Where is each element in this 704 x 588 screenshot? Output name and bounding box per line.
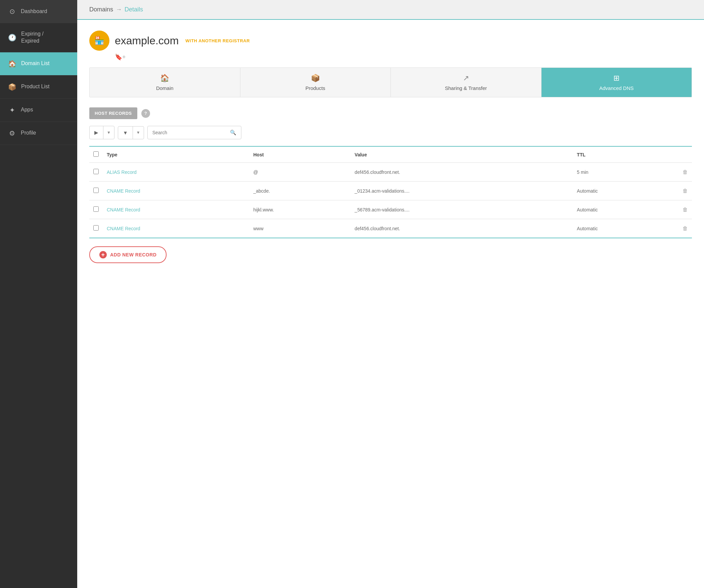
col-value: Value xyxy=(350,146,573,163)
tab-products[interactable]: 📦 Products xyxy=(240,68,391,97)
delete-icon[interactable]: 🗑 xyxy=(683,188,688,194)
profile-icon: ⚙ xyxy=(8,129,16,137)
row-4-type: CNAME Record xyxy=(103,219,249,238)
tab-products-icon: 📦 xyxy=(311,74,320,83)
content-area: 🏪 example.com WITH ANOTHER REGISTRAR 🔖+ … xyxy=(77,20,704,588)
row-4-delete-cell: 🗑 xyxy=(675,219,692,238)
breadcrumb-current: Details xyxy=(125,6,143,13)
play-icon: ▶ xyxy=(90,126,103,139)
row-1-checkbox[interactable] xyxy=(93,169,99,174)
table-row: ALIAS Record @ def456.cloudfront.net. 5 … xyxy=(89,163,692,182)
bookmark-plus-icon[interactable]: 🔖+ xyxy=(115,54,126,60)
row-1-type: ALIAS Record xyxy=(103,163,249,182)
col-type: Type xyxy=(103,146,249,163)
filter-chevron-icon: ▼ xyxy=(133,127,144,138)
row-1-value: def456.cloudfront.net. xyxy=(350,163,573,182)
col-checkbox xyxy=(89,146,103,163)
sidebar-item-product-list[interactable]: 📦 Product List xyxy=(0,76,77,99)
domain-logo: 🏪 xyxy=(89,31,109,51)
row-4-ttl: Automatic xyxy=(573,219,675,238)
add-record-label: ADD NEW RECORD xyxy=(110,252,156,257)
table-row: CNAME Record www def456.cloudfront.net. … xyxy=(89,219,692,238)
tab-advanced-dns-icon: ⊞ xyxy=(613,74,619,83)
row-3-value: _56789.acm-validations.... xyxy=(350,200,573,219)
product-list-icon: 📦 xyxy=(8,83,16,91)
sidebar-item-label: Profile xyxy=(21,130,69,137)
row-2-delete-cell: 🗑 xyxy=(675,182,692,200)
delete-icon[interactable]: 🗑 xyxy=(683,169,688,175)
sidebar-item-profile[interactable]: ⚙ Profile xyxy=(0,122,77,145)
select-all-checkbox[interactable] xyxy=(93,151,99,157)
table-row: CNAME Record _abcde. _01234.acm-validati… xyxy=(89,182,692,200)
table-row: CNAME Record hijkl.www. _56789.acm-valid… xyxy=(89,200,692,219)
col-host: Host xyxy=(249,146,351,163)
domain-list-icon: 🏠 xyxy=(8,60,16,68)
sidebar-item-label: Apps xyxy=(21,106,69,113)
row-3-checkbox[interactable] xyxy=(93,206,99,212)
sidebar-item-label: Product List xyxy=(21,83,69,90)
col-actions xyxy=(675,146,692,163)
dashboard-icon: ⊙ xyxy=(8,7,16,15)
row-3-host: hijkl.www. xyxy=(249,200,351,219)
row-2-checkbox-cell xyxy=(89,182,103,200)
tab-sharing[interactable]: ↗ Sharing & Transfer xyxy=(391,68,542,97)
tab-domain[interactable]: 🏠 Domain xyxy=(90,68,240,97)
search-button[interactable]: 🔍 xyxy=(225,126,241,139)
table-header-row: Type Host Value TTL xyxy=(89,146,692,163)
row-4-host: www xyxy=(249,219,351,238)
row-4-checkbox[interactable] xyxy=(93,225,99,231)
registrar-badge: WITH ANOTHER REGISTRAR xyxy=(185,38,250,43)
sidebar-item-label: Expiring /Expired xyxy=(21,31,69,45)
row-2-type: CNAME Record xyxy=(103,182,249,200)
col-ttl: TTL xyxy=(573,146,675,163)
expiring-icon: 🕐 xyxy=(8,33,16,42)
breadcrumb-arrow: → xyxy=(116,6,122,13)
sidebar-item-label: Domain List xyxy=(21,60,69,67)
row-3-checkbox-cell xyxy=(89,200,103,219)
sidebar-item-domain-list[interactable]: 🏠 Domain List xyxy=(0,52,77,76)
page-header: Domains → Details xyxy=(77,0,704,20)
domain-name: example.com xyxy=(115,35,179,47)
row-3-delete-cell: 🗑 xyxy=(675,200,692,219)
section-header: HOST RECORDS ? xyxy=(89,107,692,119)
row-1-delete-cell: 🗑 xyxy=(675,163,692,182)
domain-actions: 🔖+ xyxy=(115,53,692,61)
filter-icon: ▼ xyxy=(118,127,133,139)
tab-sharing-icon: ↗ xyxy=(463,74,469,83)
tab-sharing-label: Sharing & Transfer xyxy=(445,85,487,91)
question-mark: ? xyxy=(144,111,147,116)
sidebar-item-label: Dashboard xyxy=(21,8,69,15)
row-2-host: _abcde. xyxy=(249,182,351,200)
breadcrumb: Domains → Details xyxy=(89,6,692,13)
row-2-checkbox[interactable] xyxy=(93,188,99,193)
sidebar-item-expiring[interactable]: 🕐 Expiring /Expired xyxy=(0,23,77,52)
row-1-checkbox-cell xyxy=(89,163,103,182)
sidebar-item-apps[interactable]: ✦ Apps xyxy=(0,99,77,122)
tabs-bar: 🏠 Domain 📦 Products ↗ Sharing & Transfer… xyxy=(89,67,692,97)
row-1-host: @ xyxy=(249,163,351,182)
sidebar: ⊙ Dashboard 🕐 Expiring /Expired 🏠 Domain… xyxy=(0,0,77,588)
play-chevron-icon: ▼ xyxy=(103,127,114,138)
tab-domain-label: Domain xyxy=(156,85,174,91)
filter-dropdown-button[interactable]: ▼ ▼ xyxy=(118,126,144,139)
tab-advanced-dns[interactable]: ⊞ Advanced DNS xyxy=(542,68,692,97)
search-box: 🔍 xyxy=(147,126,241,139)
row-3-type: CNAME Record xyxy=(103,200,249,219)
add-record-button[interactable]: + ADD NEW RECORD xyxy=(89,246,167,263)
row-3-ttl: Automatic xyxy=(573,200,675,219)
add-plus-icon: + xyxy=(99,251,107,258)
apps-icon: ✦ xyxy=(8,106,16,114)
domain-info: example.com WITH ANOTHER REGISTRAR xyxy=(115,35,250,47)
domain-header: 🏪 example.com WITH ANOTHER REGISTRAR xyxy=(89,31,692,51)
play-dropdown-button[interactable]: ▶ ▼ xyxy=(89,126,114,139)
sidebar-item-dashboard[interactable]: ⊙ Dashboard xyxy=(0,0,77,23)
delete-icon[interactable]: 🗑 xyxy=(683,226,688,231)
domain-logo-icon: 🏪 xyxy=(94,36,104,45)
help-icon[interactable]: ? xyxy=(141,109,150,118)
main-area: Domains → Details 🏪 example.com WITH ANO… xyxy=(77,0,704,588)
search-input[interactable] xyxy=(148,127,225,139)
tab-advanced-dns-label: Advanced DNS xyxy=(599,85,634,91)
row-1-ttl: 5 min xyxy=(573,163,675,182)
breadcrumb-parent[interactable]: Domains xyxy=(89,6,113,13)
delete-icon[interactable]: 🗑 xyxy=(683,207,688,212)
